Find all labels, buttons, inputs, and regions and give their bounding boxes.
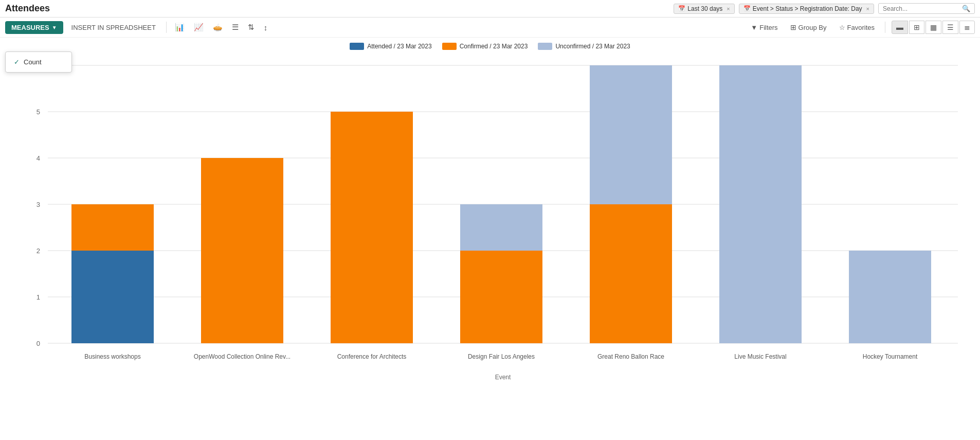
dropdown-item-count[interactable]: ✓ Count [6,55,71,69]
svg-text:2: 2 [37,247,40,255]
attended-label: Attended / 23 Mar 2023 [367,43,431,50]
list-view-button[interactable]: ☰ [942,21,958,34]
grid-view-icon: ⊞ [914,23,920,31]
bar-2-confirmed[interactable] [201,158,283,343]
svg-text:Design Fair Los Angeles: Design Fair Los Angeles [468,353,535,360]
activity-view-icon: ≣ [964,23,970,31]
bar-5-unconfirmed[interactable] [590,65,672,204]
chart-container: Attended / 23 Mar 2023 Confirmed / 23 Ma… [0,38,980,422]
area-view-icon: ▬ [896,23,903,31]
close-filter-1[interactable]: × [727,6,730,12]
svg-text:4: 4 [37,154,40,162]
view-buttons: ▬ ⊞ ▦ ☰ ≣ [892,21,975,34]
filter-icon: ▼ [751,24,757,31]
svg-text:0: 0 [37,340,40,347]
svg-text:Business workshops: Business workshops [84,353,140,360]
legend-confirmed: Confirmed / 23 Mar 2023 [442,43,528,50]
search-icon: 🔍 [962,5,970,12]
sort-desc-icon: ↕ [264,23,268,32]
filter-label-1: Last 30 days [687,5,722,12]
star-icon: ☆ [839,24,845,31]
stack-button[interactable]: ☰ [229,21,242,34]
kanban-view-icon: ▦ [930,23,937,31]
groupby-label: Group By [798,24,827,31]
svg-text:Conference for Architects: Conference for Architects [337,353,407,360]
confirmed-label: Confirmed / 23 Mar 2023 [460,43,528,50]
groupby-icon: ⊞ [790,23,796,31]
sort-desc-button[interactable]: ↕ [261,21,271,34]
bar-5-confirmed[interactable] [590,204,672,343]
insert-spreadsheet-button[interactable]: INSERT IN SPREADSHEET [66,21,161,34]
bar-chart-svg: 6 5 4 3 2 1 0 [10,55,970,415]
search-box: 🔍 [878,3,975,14]
measures-button[interactable]: MEASURES ▼ [5,21,63,34]
sort-asc-button[interactable]: ⇅ [245,21,258,34]
kanban-view-button[interactable]: ▦ [925,21,941,34]
bar-1-attended[interactable] [71,251,154,343]
filters-label: Filters [759,24,777,31]
calendar-icon-2: 📅 [743,5,751,12]
confirmed-swatch [442,43,457,50]
filters-button[interactable]: ▼ Filters [747,22,782,33]
measures-label: MEASURES [11,24,49,31]
svg-text:Great Reno Ballon Race: Great Reno Ballon Race [597,353,664,360]
check-icon: ✓ [14,58,20,66]
legend-attended: Attended / 23 Mar 2023 [350,43,431,50]
svg-text:OpenWood Collection Online Rev: OpenWood Collection Online Rev... [194,353,291,360]
filter-tag-2[interactable]: 📅 Event > Status > Registration Date: Da… [739,4,874,14]
filter-tag-1[interactable]: 📅 Last 30 days × [674,4,734,14]
search-input[interactable] [883,5,960,12]
pie-chart-icon: 🥧 [213,23,223,31]
calendar-icon-1: 📅 [678,5,685,12]
grid-view-button[interactable]: ⊞ [909,21,924,34]
svg-text:Hockey Tournament: Hockey Tournament [863,353,918,360]
bar-6-unconfirmed[interactable] [719,65,802,343]
toolbar-separator-1 [166,22,167,33]
favorites-label: Favorites [847,24,875,31]
groupby-button[interactable]: ⊞ Group By [786,21,831,33]
svg-text:3: 3 [37,201,40,208]
legend-unconfirmed: Unconfirmed / 23 Mar 2023 [538,43,630,50]
chart-legend: Attended / 23 Mar 2023 Confirmed / 23 Ma… [10,43,970,50]
list-view-icon: ☰ [947,23,954,31]
bar-1-confirmed[interactable] [71,204,154,251]
toolbar: MEASURES ▼ INSERT IN SPREADSHEET 📊 📈 🥧 ☰… [0,17,980,38]
bar-chart-button[interactable]: 📊 [172,21,188,34]
svg-text:Live Music Festival: Live Music Festival [734,353,786,360]
pie-chart-button[interactable]: 🥧 [210,21,226,34]
unconfirmed-label: Unconfirmed / 23 Mar 2023 [555,43,630,50]
bar-7-unconfirmed[interactable] [849,251,931,343]
chart-svg-wrap: 6 5 4 3 2 1 0 [10,55,970,417]
toolbar-separator-2 [885,22,885,33]
filter-label-2: Event > Status > Registration Date: Day [753,5,862,12]
page-title: Attendees [5,3,50,14]
count-label: Count [24,58,42,66]
right-controls: ▼ Filters ⊞ Group By ☆ Favorites ▬ ⊞ ▦ ☰ [747,21,975,34]
svg-text:1: 1 [37,293,40,301]
measures-arrow-icon: ▼ [52,25,57,30]
line-chart-icon: 📈 [194,23,204,31]
sort-asc-icon: ⇅ [248,23,255,31]
activity-view-button[interactable]: ≣ [959,21,975,34]
svg-text:5: 5 [37,108,40,116]
attended-swatch [350,43,364,50]
close-filter-2[interactable]: × [866,6,869,12]
bar-3-confirmed[interactable] [331,112,413,343]
insert-label: INSERT IN SPREADSHEET [71,24,156,31]
bar-4-confirmed[interactable] [460,251,542,343]
line-chart-button[interactable]: 📈 [191,21,207,34]
svg-text:Event: Event [495,374,511,381]
top-bar: Attendees 📅 Last 30 days × 📅 Event > Sta… [0,0,980,17]
favorites-button[interactable]: ☆ Favorites [835,22,879,33]
bar-chart-icon: 📊 [175,23,185,31]
unconfirmed-swatch [538,43,552,50]
measures-dropdown: ✓ Count [5,51,72,73]
bar-4-unconfirmed[interactable] [460,204,542,251]
stack-icon: ☰ [232,23,239,31]
area-view-button[interactable]: ▬ [892,21,908,34]
